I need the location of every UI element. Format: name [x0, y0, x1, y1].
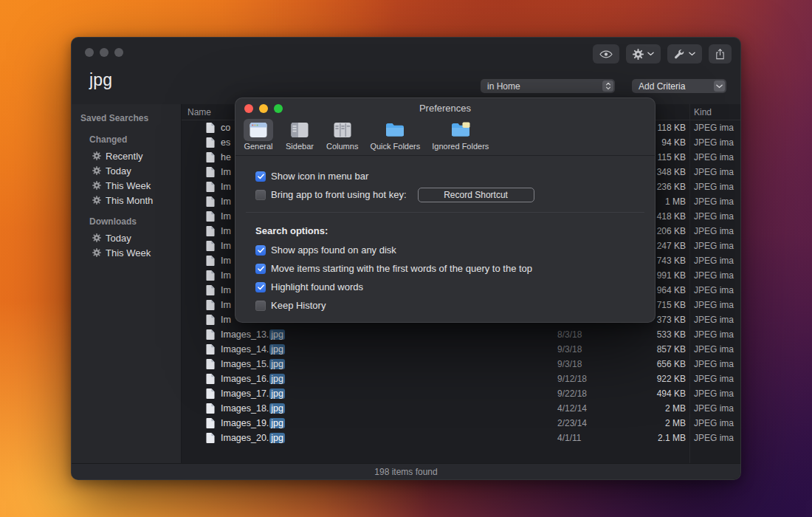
file-size: 991 KB	[657, 270, 686, 281]
minimize-button[interactable]	[100, 48, 109, 57]
sidebar-item-label: Today	[106, 165, 131, 177]
add-criteria-dropdown[interactable]: Add Criteria	[632, 79, 726, 93]
date-modified: 9/22/18	[557, 388, 587, 399]
file-name: Im	[221, 167, 231, 177]
table-row[interactable]: Images_13.jpg8/3/18533 KBJPEG ima	[182, 327, 740, 342]
checkbox-show-icon-in-menu-bar[interactable]	[255, 171, 266, 182]
dialog-minimize-button[interactable]	[259, 104, 268, 113]
file-kind: JPEG ima	[694, 433, 734, 443]
actions-menu-button[interactable]	[667, 44, 702, 64]
file-size: 533 KB	[657, 329, 686, 340]
file-kind: JPEG ima	[694, 418, 734, 428]
file-name: Im	[221, 182, 231, 192]
table-row[interactable]: Images_17.jpg9/22/18494 KBJPEG ima	[182, 386, 740, 401]
file-kind: JPEG ima	[694, 123, 734, 133]
table-row[interactable]: Images_14.jpg9/3/18857 KBJPEG ima	[182, 342, 740, 357]
file-size: 2 MB	[665, 403, 686, 414]
table-row[interactable]: Images_18.jpg4/12/142 MBJPEG ima	[182, 401, 740, 416]
tab-columns[interactable]: Columns	[321, 119, 363, 151]
window-titlebar[interactable]	[72, 38, 740, 70]
sidebar: Saved SearchesChangedRecentlyTodayThis W…	[72, 104, 182, 463]
document-icon	[206, 388, 215, 399]
document-icon	[206, 256, 215, 266]
document-icon	[206, 182, 215, 192]
table-row[interactable]: Images_19.jpg2/23/142 MBJPEG ima	[182, 416, 740, 431]
close-button[interactable]	[85, 48, 94, 57]
search-query[interactable]: jpg	[89, 70, 112, 90]
tab-sidebar[interactable]: Sidebar	[280, 119, 320, 151]
table-row[interactable]: Images_16.jpg9/12/18922 KBJPEG ima	[182, 372, 740, 386]
column-header-kind[interactable]: Kind	[694, 107, 712, 117]
status-text: 198 items found	[374, 467, 437, 477]
file-name: Im	[221, 285, 231, 295]
scope-dropdown[interactable]: in Home	[481, 79, 615, 93]
file-name: Im	[221, 256, 231, 266]
tab-label: Columns	[326, 142, 358, 151]
checkbox-keep-history[interactable]	[255, 301, 266, 311]
status-bar: 198 items found	[72, 463, 740, 479]
checkbox-show-apps-found-on-any-disk[interactable]	[255, 245, 266, 256]
file-size: 857 KB	[657, 344, 686, 355]
search-match-highlight: jpg	[269, 344, 285, 355]
checkbox-bring-app-to-front-using-hot-key[interactable]	[255, 190, 266, 200]
date-modified: 4/1/11	[557, 433, 581, 443]
checkbox-highlight-found-words[interactable]	[255, 282, 266, 292]
document-icon	[206, 270, 215, 281]
smart-folder-gear-icon	[92, 233, 101, 242]
table-row[interactable]: Images_15.jpg9/3/18656 KBJPEG ima	[182, 357, 740, 372]
dialog-titlebar[interactable]: Preferences	[235, 98, 655, 117]
dialog-close-button[interactable]	[244, 104, 253, 113]
gear-icon	[633, 49, 644, 60]
search-options-header: Search options:	[235, 220, 655, 241]
file-kind: JPEG ima	[694, 182, 734, 192]
dialog-zoom-button[interactable]	[274, 104, 283, 113]
document-icon	[206, 403, 215, 414]
settings-menu-button[interactable]	[626, 44, 661, 64]
search-match-highlight: jpg	[269, 418, 285, 428]
tab-quick-folders[interactable]: Quick Folders	[365, 119, 425, 151]
share-button[interactable]	[709, 44, 732, 64]
column-header-name[interactable]: Name	[187, 107, 211, 117]
section-divider	[246, 212, 644, 213]
sidebar-item-downloads-this-week[interactable]: This Week	[72, 245, 181, 260]
file-size: 656 KB	[657, 359, 686, 369]
tab-general[interactable]: General	[238, 119, 278, 151]
sidebar-item-changed-this-month[interactable]: This Month	[72, 193, 181, 208]
document-icon	[206, 315, 215, 325]
document-icon	[206, 152, 215, 162]
file-name: Im	[221, 196, 231, 207]
file-size: 743 KB	[657, 256, 686, 266]
table-row[interactable]: Images_20.jpg4/1/112.1 MBJPEG ima	[182, 431, 740, 445]
file-size: 922 KB	[657, 374, 686, 384]
date-modified: 9/12/18	[557, 374, 587, 384]
date-modified: 9/3/18	[557, 359, 582, 369]
file-name: co	[221, 123, 230, 133]
file-name: Images_18.jpg	[221, 403, 285, 414]
sidebar-item-changed-today[interactable]: Today	[72, 163, 181, 178]
checkbox-label: Highlight found words	[271, 281, 363, 292]
sidebar-section-header-saved-searches: Saved Searches	[72, 109, 181, 126]
sidebar-item-downloads-today[interactable]: Today	[72, 230, 181, 245]
folder-badge-icon	[446, 119, 475, 141]
file-kind: JPEG ima	[694, 167, 734, 177]
preview-button[interactable]	[593, 44, 619, 64]
sidebar-item-changed-this-week[interactable]: This Week	[72, 178, 181, 193]
zoom-button[interactable]	[114, 48, 123, 57]
tab-ignored-folders[interactable]: Ignored Folders	[427, 119, 494, 151]
smart-folder-gear-icon	[92, 181, 101, 190]
file-size: 94 KB	[661, 137, 686, 148]
file-kind: JPEG ima	[694, 300, 734, 310]
file-size: 348 KB	[657, 167, 686, 177]
record-shortcut-button[interactable]: Record Shortcut	[418, 188, 534, 202]
file-kind: JPEG ima	[694, 137, 734, 148]
file-name: Images_14.jpg	[221, 344, 285, 355]
date-modified: 2/23/14	[557, 418, 587, 428]
scope-value: in Home	[487, 81, 520, 92]
preference-option: Show icon in menu bar	[235, 167, 655, 185]
file-name: Images_16.jpg	[221, 374, 285, 384]
preferences-dialog: Preferences GeneralSidebarColumnsQuick F…	[235, 97, 656, 323]
checkbox-move-items-starting-with-the-first-words-of-the-query-to-the-top[interactable]	[255, 264, 266, 274]
tab-label: Sidebar	[286, 142, 314, 151]
preferences-content: Show icon in menu barBring app to front …	[235, 156, 655, 315]
sidebar-item-changed-recently[interactable]: Recently	[72, 148, 181, 163]
